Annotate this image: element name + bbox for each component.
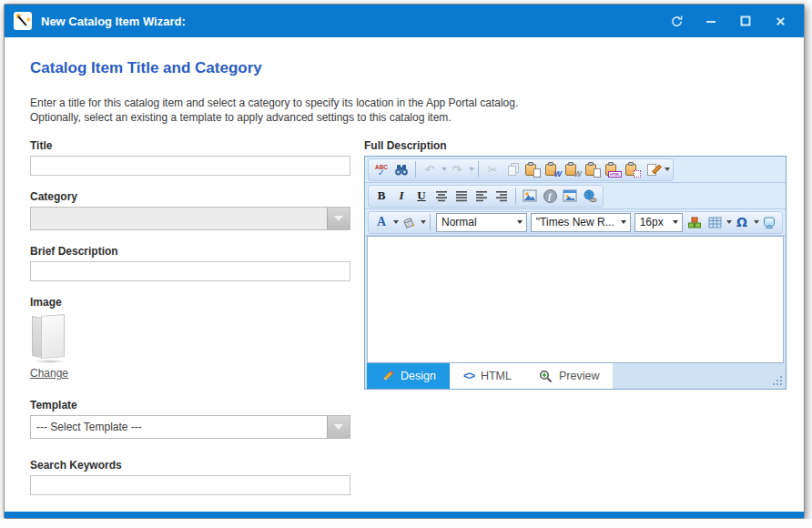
chevron-down-icon xyxy=(334,424,343,430)
chevron-down-icon xyxy=(517,220,523,224)
find-replace-button[interactable] xyxy=(391,159,411,179)
chevron-down-icon xyxy=(334,216,343,221)
wizard-app-icon: ★ ★ xyxy=(14,12,32,30)
flash-manager-button[interactable]: f xyxy=(540,186,560,206)
editor-resize-grip[interactable] xyxy=(771,374,782,385)
media-manager-button[interactable] xyxy=(560,186,580,206)
italic-button[interactable]: I xyxy=(391,186,411,206)
toolbar-group: ABC ✓ xyxy=(368,158,674,181)
description-line-1: Enter a title for this catalog item and … xyxy=(30,96,518,109)
paste-from-word-icon: W xyxy=(545,162,560,177)
page-description: Enter a title for this catalog item and … xyxy=(30,96,778,125)
align-justify-icon xyxy=(455,190,468,202)
background-color-caret[interactable] xyxy=(421,220,426,224)
tab-design[interactable]: Design xyxy=(367,363,450,389)
toolbar-separator xyxy=(478,161,479,178)
page-title: Catalog Item Title and Category xyxy=(30,59,778,77)
align-center-button[interactable] xyxy=(431,186,452,206)
category-select[interactable] xyxy=(30,207,350,230)
image-manager-icon xyxy=(523,189,537,202)
image-manager-button[interactable] xyxy=(520,186,540,206)
close-button[interactable] xyxy=(773,14,787,28)
search-keywords-input[interactable] xyxy=(30,475,350,495)
table-icon xyxy=(708,217,722,228)
magnifier-icon xyxy=(539,370,553,383)
bold-icon: B xyxy=(378,188,386,203)
title-bar: ★ ★ New Catalog Item Wizard: xyxy=(5,5,804,37)
paste-plain-text-button[interactable] xyxy=(583,159,603,179)
hyperlink-icon xyxy=(583,189,597,203)
maximize-button[interactable] xyxy=(738,14,753,28)
insert-table-button[interactable] xyxy=(705,212,725,232)
editor-canvas[interactable] xyxy=(367,236,784,363)
font-color-icon: A xyxy=(377,215,386,229)
insert-snippet-button[interactable] xyxy=(685,212,705,232)
format-stripper-button[interactable] xyxy=(643,159,663,179)
minimize-button[interactable] xyxy=(704,14,718,28)
box-front xyxy=(41,314,65,359)
template-dropdown-button[interactable] xyxy=(327,416,350,438)
paint-bucket-icon xyxy=(401,216,416,228)
paste-from-word-button[interactable]: W xyxy=(543,159,563,179)
redo-dropdown-caret[interactable] xyxy=(469,168,474,171)
tab-html[interactable]: <> HTML xyxy=(450,363,525,389)
refresh-button[interactable] xyxy=(669,14,684,28)
align-justify-button[interactable] xyxy=(452,186,472,206)
underline-icon: U xyxy=(417,188,425,203)
toolbar-separator xyxy=(430,214,431,230)
paste-special-icon xyxy=(625,162,640,177)
format-stripper-icon xyxy=(646,163,660,177)
cut-button[interactable]: ✂ xyxy=(482,159,502,179)
paragraph-style-select[interactable]: Normal xyxy=(436,213,527,232)
form-column: Title Category Brief Description Image C… xyxy=(30,125,350,512)
undo-button[interactable]: ↶ xyxy=(420,159,440,179)
align-right-icon xyxy=(495,190,508,202)
tabs-container: Design <> HTML xyxy=(367,363,613,389)
code-icon: <> xyxy=(463,370,474,382)
format-stripper-dropdown-caret[interactable] xyxy=(665,168,670,171)
maximize-icon xyxy=(739,15,752,27)
paste-special-button[interactable] xyxy=(623,159,643,179)
align-right-button[interactable] xyxy=(492,186,512,206)
font-name-select[interactable]: "Times New R... xyxy=(531,213,631,232)
pencil-icon xyxy=(381,370,394,383)
paste-plain-text-icon xyxy=(585,162,600,177)
editor-mode-tabs: Design <> HTML xyxy=(365,363,786,389)
category-dropdown-button[interactable] xyxy=(327,208,350,229)
title-input[interactable] xyxy=(30,156,350,176)
paste-icon xyxy=(525,162,540,177)
brief-description-input[interactable] xyxy=(30,261,350,281)
copy-button[interactable] xyxy=(502,159,523,179)
paste-as-html-icon: HTML xyxy=(605,162,620,177)
redo-button[interactable]: ↷ xyxy=(447,159,467,179)
template-value: --- Select Template --- xyxy=(31,416,327,438)
align-left-icon xyxy=(475,190,488,202)
window-controls xyxy=(669,14,795,28)
bold-button[interactable]: B xyxy=(371,186,391,206)
paste-button[interactable] xyxy=(523,159,543,179)
align-left-button[interactable] xyxy=(472,186,492,206)
catalog-item-image xyxy=(30,314,70,361)
undo-icon: ↶ xyxy=(425,163,435,177)
underline-button[interactable]: U xyxy=(411,186,431,206)
toolbar-group: B I U xyxy=(368,185,604,208)
spellcheck-button[interactable]: ABC ✓ xyxy=(371,159,391,179)
redo-icon: ↷ xyxy=(452,163,462,177)
wizard-window: ★ ★ New Catalog Item Wizard: xyxy=(4,4,805,519)
insert-symbol-button[interactable]: Ω xyxy=(732,212,752,232)
paste-from-word-strip-font-button[interactable]: W xyxy=(563,159,583,179)
change-image-link[interactable]: Change xyxy=(30,367,68,380)
module-manager-button[interactable] xyxy=(759,212,779,232)
foreground-color-button[interactable]: A xyxy=(371,212,391,232)
template-select[interactable]: --- Select Template --- xyxy=(30,415,350,439)
tab-preview[interactable]: Preview xyxy=(525,363,613,389)
editor-toolbar-row-3: A xyxy=(365,209,786,236)
template-label: Template xyxy=(30,399,350,411)
omega-icon: Ω xyxy=(736,215,747,229)
category-label: Category xyxy=(30,190,350,203)
paste-as-html-button[interactable]: HTML xyxy=(603,159,623,179)
font-size-select[interactable]: 16px xyxy=(634,213,683,232)
paste-from-word-strip-font-icon: W xyxy=(565,162,580,177)
hyperlink-manager-button[interactable] xyxy=(580,186,600,206)
background-color-button[interactable] xyxy=(399,212,419,232)
